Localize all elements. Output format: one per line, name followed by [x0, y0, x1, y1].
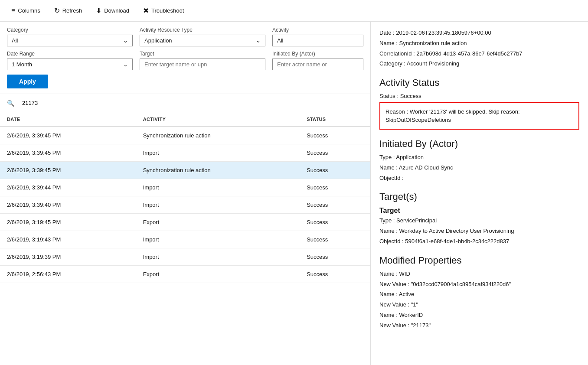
columns-icon: ≡: [11, 7, 15, 15]
reason-box: Reason : Worker '21173' will be skipped.…: [379, 102, 579, 130]
apply-button[interactable]: Apply: [7, 75, 48, 88]
targets-section: Target(s) Target Type : ServicePrincipal…: [379, 191, 579, 246]
cell-activity: Import: [136, 231, 300, 248]
date-range-value: 1 Month: [12, 61, 32, 68]
activity-table-container: DATE ACTIVITY STATUS 2/6/2019, 3:39:45 P…: [0, 112, 370, 365]
filter-row-2: Date Range 1 Month ⌄ Target Initiated By…: [7, 51, 363, 70]
troubleshoot-button[interactable]: ✖ Troubleshoot: [137, 4, 190, 17]
activity-filter-group: Activity All: [272, 27, 363, 46]
detail-category-line: Category : Account Provisioning: [379, 59, 579, 68]
activity-resource-type-chevron-icon: ⌄: [256, 37, 261, 44]
prop2-name: Name : Active: [379, 290, 579, 299]
cell-date: 2/6/2019, 2:56:43 PM: [0, 266, 136, 283]
initiated-by-heading: Initiated By (Actor): [379, 138, 579, 150]
prop1-name: Name : WID: [379, 270, 579, 279]
download-label: Download: [104, 7, 129, 14]
cell-activity: Export: [136, 266, 300, 283]
date-range-label: Date Range: [7, 51, 133, 57]
modified-properties-section: Modified Properties Name : WID New Value…: [379, 255, 579, 330]
date-range-chevron-icon: ⌄: [123, 61, 128, 68]
target-filter-group: Target: [140, 51, 265, 70]
table-row[interactable]: 2/6/2019, 3:39:45 PMImportSuccess: [0, 144, 370, 162]
table-row[interactable]: 2/6/2019, 2:56:43 PMExportSuccess: [0, 266, 370, 283]
table-row[interactable]: 2/6/2019, 3:39:44 PMImportSuccess: [0, 179, 370, 196]
cell-date: 2/6/2019, 3:39:45 PM: [0, 162, 136, 179]
filters-area: Category All ⌄ Activity Resource Type Ap…: [0, 22, 370, 94]
target-name-line: Name : Workday to Active Directory User …: [379, 227, 579, 236]
filter-row-1: Category All ⌄ Activity Resource Type Ap…: [7, 27, 363, 46]
initiated-by-input[interactable]: [272, 59, 363, 70]
table-row[interactable]: 2/6/2019, 3:19:39 PMImportSuccess: [0, 248, 370, 266]
category-label: Category: [7, 27, 133, 33]
cell-status: Success: [300, 231, 370, 248]
cell-activity: Import: [136, 179, 300, 196]
toolbar: ≡ Columns ↻ Refresh ⬇ Download ✖ Trouble…: [0, 0, 588, 22]
prop3-name: Name : WorkerID: [379, 311, 579, 320]
reason-text: Reason : Worker '21173' will be skipped.…: [385, 108, 520, 124]
target-input[interactable]: [140, 59, 265, 70]
cell-date: 2/6/2019, 3:19:45 PM: [0, 214, 136, 231]
target-label: Target: [140, 51, 265, 57]
cell-status: Success: [300, 214, 370, 231]
detail-header-section: Date : 2019-02-06T23:39:45.1805976+00:00…: [379, 29, 579, 68]
col-date: DATE: [0, 112, 136, 127]
activity-resource-type-label: Activity Resource Type: [140, 27, 265, 33]
right-panel: Date : 2019-02-06T23:39:45.1805976+00:00…: [371, 22, 588, 365]
table-row[interactable]: 2/6/2019, 3:19:43 PMImportSuccess: [0, 231, 370, 248]
troubleshoot-label: Troubleshoot: [151, 7, 184, 14]
activity-value: All: [277, 37, 283, 44]
cell-status: Success: [300, 266, 370, 283]
cell-date: 2/6/2019, 3:19:43 PM: [0, 231, 136, 248]
category-chevron-icon: ⌄: [123, 37, 128, 44]
cell-status: Success: [300, 127, 370, 144]
refresh-button[interactable]: ↻ Refresh: [48, 4, 88, 17]
target-type-line: Type : ServicePrincipal: [379, 216, 579, 225]
search-icon: 🔍: [7, 100, 14, 107]
col-activity: ACTIVITY: [136, 112, 300, 127]
cell-activity: Synchronization rule action: [136, 162, 300, 179]
initiated-by-label: Initiated By (Actor): [272, 51, 363, 57]
modified-properties-heading: Modified Properties: [379, 255, 579, 266]
columns-button[interactable]: ≡ Columns: [5, 4, 46, 17]
cell-status: Success: [300, 162, 370, 179]
prop2-value: New Value : "1": [379, 300, 579, 310]
actor-name-line: Name : Azure AD Cloud Sync: [379, 163, 579, 173]
activity-status-heading: Activity Status: [379, 77, 579, 88]
activity-resource-type-select[interactable]: Application ⌄: [140, 35, 265, 46]
activity-table: DATE ACTIVITY STATUS 2/6/2019, 3:39:45 P…: [0, 112, 370, 283]
activity-resource-type-value: Application: [144, 37, 172, 44]
search-input[interactable]: [18, 98, 363, 108]
date-range-select[interactable]: 1 Month ⌄: [7, 59, 133, 70]
initiated-by-section: Initiated By (Actor) Type : Application …: [379, 138, 579, 182]
table-header-row: DATE ACTIVITY STATUS: [0, 112, 370, 127]
cell-activity: Import: [136, 196, 300, 214]
activity-select[interactable]: All: [272, 35, 363, 46]
refresh-icon: ↻: [54, 7, 60, 15]
category-value: All: [12, 37, 18, 44]
activity-status-section: Activity Status Status : Success Reason …: [379, 77, 579, 130]
table-row[interactable]: 2/6/2019, 3:39:40 PMImportSuccess: [0, 196, 370, 214]
table-row[interactable]: 2/6/2019, 3:39:45 PMSynchronization rule…: [0, 162, 370, 179]
cell-activity: Import: [136, 248, 300, 266]
target-objectid-line: ObjectId : 5904f6a1-e68f-4de1-bb4b-2c34c…: [379, 237, 579, 246]
table-row[interactable]: 2/6/2019, 3:19:45 PMExportSuccess: [0, 214, 370, 231]
activity-resource-type-filter-group: Activity Resource Type Application ⌄: [140, 27, 265, 46]
main-layout: Category All ⌄ Activity Resource Type Ap…: [0, 22, 588, 365]
troubleshoot-icon: ✖: [143, 7, 149, 15]
category-filter-group: Category All ⌄: [7, 27, 133, 46]
prop1-value: New Value : "0d32ccd079004a1c8954caf934f…: [379, 280, 579, 289]
detail-name-line: Name : Synchronization rule action: [379, 39, 579, 48]
cell-date: 2/6/2019, 3:39:45 PM: [0, 127, 136, 144]
left-panel: Category All ⌄ Activity Resource Type Ap…: [0, 22, 371, 365]
columns-label: Columns: [18, 7, 40, 14]
cell-activity: Synchronization rule action: [136, 127, 300, 144]
prop3-value: New Value : "21173": [379, 321, 579, 330]
download-button[interactable]: ⬇ Download: [90, 4, 135, 17]
category-select[interactable]: All ⌄: [7, 35, 133, 46]
cell-activity: Import: [136, 144, 300, 162]
table-row[interactable]: 2/6/2019, 3:39:45 PMSynchronization rule…: [0, 127, 370, 144]
col-status: STATUS: [300, 112, 370, 127]
targets-heading: Target(s): [379, 191, 579, 202]
actor-type-line: Type : Application: [379, 153, 579, 162]
detail-correlation-line: CorrelationId : 2a7b698d-4d13-457a-86e7-…: [379, 49, 579, 59]
